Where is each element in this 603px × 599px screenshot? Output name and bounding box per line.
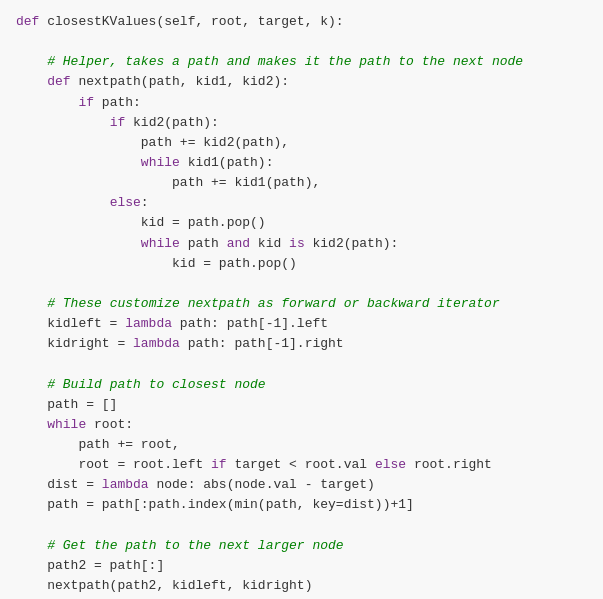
code-line-20: path = [] <box>16 395 587 415</box>
code-line-25: path = path[:path.index(min(path, key=di… <box>16 495 587 515</box>
code-line-15: # These customize nextpath as forward or… <box>16 294 587 314</box>
code-line-1: def closestKValues(self, root, target, k… <box>16 12 587 32</box>
code-line-2 <box>16 32 587 52</box>
code-line-6: if kid2(path): <box>16 113 587 133</box>
code-container: def closestKValues(self, root, target, k… <box>0 0 603 599</box>
code-line-8: while kid1(path): <box>16 153 587 173</box>
code-line-7: path += kid2(path), <box>16 133 587 153</box>
code-line-12: while path and kid is kid2(path): <box>16 234 587 254</box>
code-line-18 <box>16 354 587 374</box>
code-line-24: dist = lambda node: abs(node.val - targe… <box>16 475 587 495</box>
code-line-10: else: <box>16 193 587 213</box>
code-line-26 <box>16 516 587 536</box>
code-line-4: def nextpath(path, kid1, kid2): <box>16 72 587 92</box>
code-line-11: kid = path.pop() <box>16 213 587 233</box>
code-line-16: kidleft = lambda path: path[-1].left <box>16 314 587 334</box>
code-line-19: # Build path to closest node <box>16 375 587 395</box>
code-line-3: # Helper, takes a path and makes it the … <box>16 52 587 72</box>
code-line-23: root = root.left if target < root.val el… <box>16 455 587 475</box>
code-line-28: path2 = path[:] <box>16 556 587 576</box>
code-line-29: nextpath(path2, kidleft, kidright) <box>16 576 587 596</box>
code-line-17: kidright = lambda path: path[-1].right <box>16 334 587 354</box>
code-line-21: while root: <box>16 415 587 435</box>
code-line-5: if path: <box>16 93 587 113</box>
code-line-14 <box>16 274 587 294</box>
code-line-13: kid = path.pop() <box>16 254 587 274</box>
code-line-22: path += root, <box>16 435 587 455</box>
code-line-27: # Get the path to the next larger node <box>16 536 587 556</box>
code-line-9: path += kid1(path), <box>16 173 587 193</box>
